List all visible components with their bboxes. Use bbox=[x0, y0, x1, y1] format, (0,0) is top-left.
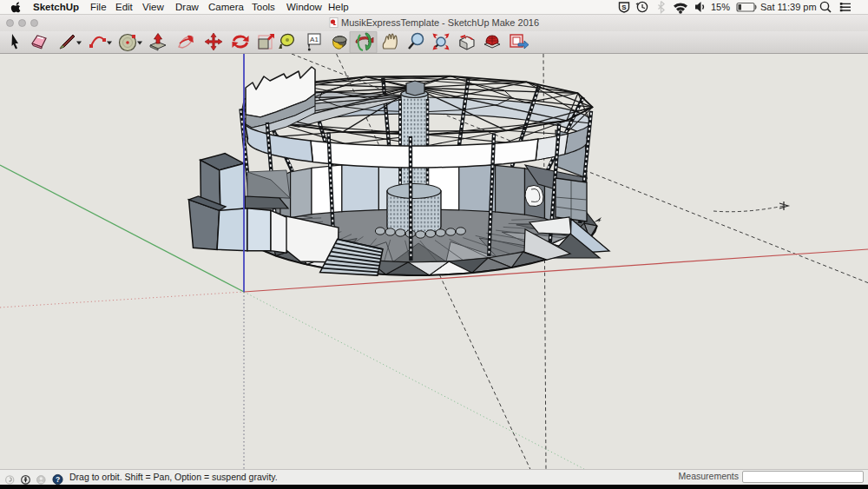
svg-text:A1: A1 bbox=[310, 36, 319, 43]
svg-text:S: S bbox=[621, 3, 627, 11]
svg-text:15%: 15% bbox=[711, 2, 730, 12]
svg-text:Sat 11:39 pm: Sat 11:39 pm bbox=[760, 2, 817, 12]
